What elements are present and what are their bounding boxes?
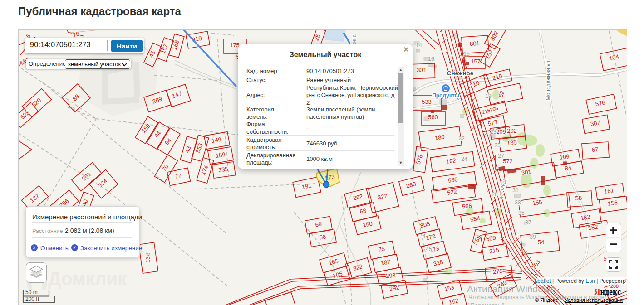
svg-text:25: 25 xyxy=(494,142,501,149)
svg-text:301: 301 xyxy=(521,168,532,176)
svg-text:209: 209 xyxy=(496,128,506,135)
svg-text:50 m: 50 m xyxy=(25,289,38,295)
svg-text:109: 109 xyxy=(559,153,570,161)
svg-text:572: 572 xyxy=(503,158,513,165)
svg-text:22: 22 xyxy=(458,136,465,142)
svg-text:134: 134 xyxy=(144,252,152,263)
svg-text:15: 15 xyxy=(463,51,470,57)
svg-text:68: 68 xyxy=(359,207,367,215)
svg-text:192: 192 xyxy=(446,157,457,165)
svg-text:533: 533 xyxy=(422,98,432,105)
svg-text:58: 58 xyxy=(575,194,582,202)
svg-text:67: 67 xyxy=(591,146,598,153)
svg-text:35: 35 xyxy=(518,210,525,216)
svg-text:Продукты: Продукты xyxy=(432,92,459,99)
svg-text:Снежное: Снежное xyxy=(447,70,474,77)
svg-text:566: 566 xyxy=(462,202,472,210)
svg-text:185: 185 xyxy=(506,139,517,147)
svg-text:75: 75 xyxy=(378,245,385,253)
svg-text:37: 37 xyxy=(525,219,531,226)
svg-text:14: 14 xyxy=(416,42,422,48)
svg-text:335: 335 xyxy=(218,165,229,174)
svg-text:56: 56 xyxy=(319,233,326,241)
svg-text:33: 33 xyxy=(515,199,521,206)
svg-text:28: 28 xyxy=(492,191,498,198)
svg-text:156: 156 xyxy=(607,199,618,207)
svg-text:202: 202 xyxy=(507,127,517,134)
svg-text:23: 23 xyxy=(490,129,497,135)
svg-text:16: 16 xyxy=(428,56,434,62)
svg-text:530: 530 xyxy=(447,176,458,184)
svg-text:331: 331 xyxy=(417,67,427,73)
svg-text:39: 39 xyxy=(530,234,536,240)
svg-text:522: 522 xyxy=(447,188,457,196)
svg-text:4: 4 xyxy=(423,233,426,240)
svg-text:27: 27 xyxy=(498,153,504,159)
svg-text:180: 180 xyxy=(434,133,445,141)
svg-text:69: 69 xyxy=(315,220,322,228)
svg-text:155: 155 xyxy=(532,198,543,207)
svg-text:275: 275 xyxy=(492,267,503,275)
svg-text:84: 84 xyxy=(565,165,572,172)
svg-text:161: 161 xyxy=(604,187,615,195)
svg-text:24: 24 xyxy=(461,156,467,162)
svg-text:801: 801 xyxy=(470,40,480,47)
svg-text:19: 19 xyxy=(485,93,492,99)
svg-text:31: 31 xyxy=(512,187,519,194)
svg-text:560: 560 xyxy=(428,114,438,121)
svg-text:54: 54 xyxy=(538,239,544,246)
svg-text:157: 157 xyxy=(471,58,481,65)
svg-text:Молодёжная ул.: Молодёжная ул. xyxy=(545,59,551,101)
svg-text:200 ft: 200 ft xyxy=(25,296,39,302)
svg-text:45: 45 xyxy=(426,246,432,252)
